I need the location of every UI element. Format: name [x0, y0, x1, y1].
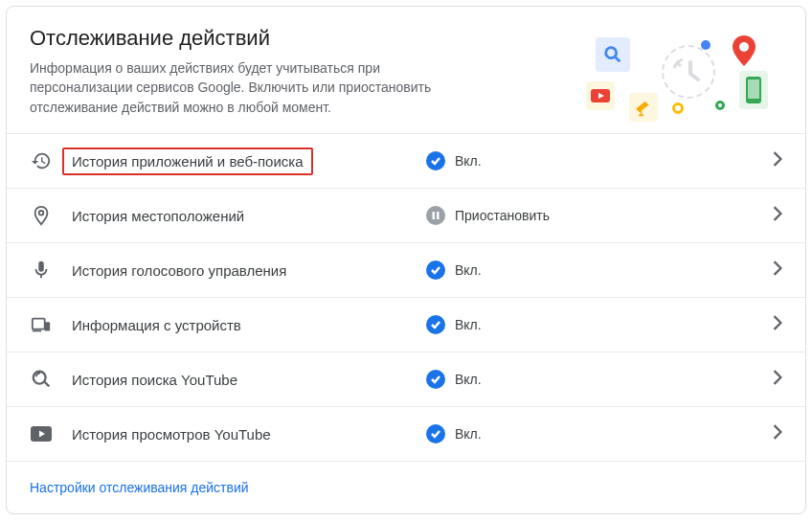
chevron-right-icon [773, 315, 782, 334]
svg-line-1 [616, 57, 620, 62]
check-icon [426, 151, 445, 170]
youtube-icon [30, 422, 53, 445]
item-label: Информация с устройств [72, 317, 241, 333]
svg-line-13 [45, 382, 50, 387]
item-label: История поиска YouTube [72, 372, 237, 388]
activity-item[interactable]: Информация с устройствВкл. [7, 297, 805, 352]
check-icon [426, 424, 445, 443]
chevron-right-icon [773, 424, 782, 443]
activity-item[interactable]: История местоположенийПриостановить [7, 188, 805, 242]
status-text: Вкл. [455, 426, 482, 442]
item-label-wrap: История приложений и веб-поиска [72, 153, 426, 170]
status: Вкл. [426, 261, 773, 280]
chevron-right-icon [773, 206, 782, 225]
svg-rect-7 [433, 212, 436, 219]
status-text: Вкл. [455, 153, 482, 169]
item-label: История просмотров YouTube [72, 426, 271, 443]
chevron-right-icon [773, 261, 782, 280]
svg-point-6 [39, 211, 44, 216]
ring-green-icon [715, 101, 725, 110]
check-icon [426, 370, 445, 389]
status-text: Вкл. [455, 317, 482, 332]
svg-rect-8 [437, 212, 440, 219]
chevron-right-icon [773, 151, 782, 170]
magnifier-tile-icon [596, 37, 630, 72]
status-text: Вкл. [455, 262, 482, 278]
item-label: История приложений и веб-поиска [62, 148, 313, 175]
pause-icon [426, 206, 445, 225]
chevron-right-icon [773, 370, 782, 389]
search-yt-icon [30, 368, 53, 391]
item-label-wrap: Информация с устройств [72, 317, 426, 333]
location-pin-icon [733, 35, 756, 70]
status-text: Вкл. [455, 372, 482, 387]
status-text: Приостановить [455, 208, 550, 223]
svg-point-0 [606, 48, 617, 58]
location-icon [30, 204, 53, 227]
activity-item[interactable]: История голосового управленияВкл. [7, 242, 805, 297]
status: Вкл. [426, 315, 773, 334]
status: Вкл. [426, 370, 773, 389]
phone-tile-icon [739, 71, 768, 109]
mic-icon [30, 259, 53, 282]
activity-item[interactable]: История поиска YouTubeВкл. [7, 352, 805, 406]
activity-settings-link[interactable]: Настройки отслеживания действий [30, 480, 249, 495]
check-icon [426, 261, 445, 280]
item-label: История голосового управления [72, 262, 286, 279]
status: Вкл. [426, 151, 773, 170]
footer: Настройки отслеживания действий [7, 461, 805, 513]
status: Приостановить [426, 206, 773, 225]
item-label-wrap: История местоположений [72, 208, 426, 224]
devices-icon [30, 313, 53, 336]
activity-item[interactable]: История приложений и веб-поискаВкл. [7, 133, 805, 188]
check-icon [426, 315, 445, 334]
svg-rect-9 [33, 319, 45, 329]
status: Вкл. [426, 424, 773, 443]
svg-rect-10 [45, 322, 50, 330]
activity-item[interactable]: История просмотров YouTubeВкл. [7, 406, 805, 461]
svg-rect-5 [748, 79, 759, 99]
activity-controls-card: Отслеживание действий Информация о ваших… [6, 6, 806, 514]
item-label: История местоположений [72, 208, 244, 224]
page-title: Отслеживание действий [30, 26, 432, 51]
item-label-wrap: История просмотров YouTube [72, 426, 426, 443]
history-icon [30, 149, 53, 172]
youtube-tile-icon [586, 81, 615, 110]
telescope-tile-icon [629, 93, 658, 122]
ring-yellow-icon [672, 102, 684, 114]
header: Отслеживание действий Информация о ваших… [7, 7, 805, 133]
header-illustration [572, 26, 782, 122]
clock-dashed-circle-icon [662, 45, 715, 99]
item-label-wrap: История голосового управления [72, 262, 426, 279]
header-text: Отслеживание действий Информация о ваших… [30, 26, 432, 117]
item-label-wrap: История поиска YouTube [72, 372, 426, 388]
page-subtitle: Информация о ваших действиях будет учиты… [30, 58, 432, 117]
svg-point-3 [739, 42, 749, 52]
dot-blue-icon [701, 40, 710, 50]
